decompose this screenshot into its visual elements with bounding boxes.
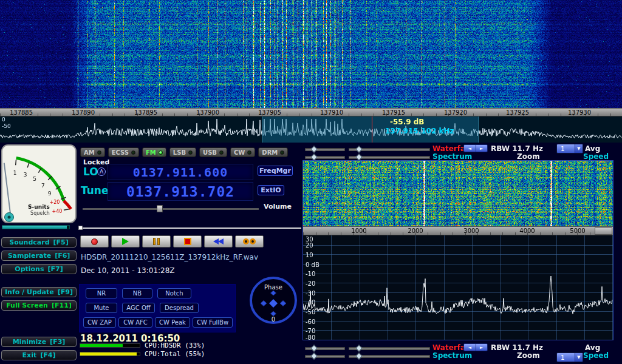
- meter-tick-label: 7: [41, 183, 45, 189]
- mode-drm-label: DRM: [262, 149, 278, 156]
- freqmgr-button[interactable]: FreqMgr: [258, 166, 293, 176]
- rewind-button[interactable]: [204, 235, 233, 248]
- spectrum-tab-bottom[interactable]: Spectrum: [432, 351, 472, 360]
- mode-usb-button[interactable]: USB: [199, 147, 227, 157]
- spectrum-range-slider[interactable]: [349, 156, 430, 159]
- mode-fm-button[interactable]: FM: [142, 147, 166, 157]
- stop-button[interactable]: [173, 235, 202, 248]
- squelch-knob-center: [8, 216, 11, 219]
- spectrum-range-slider-bottom[interactable]: [349, 355, 430, 358]
- main-panel: 1 3 5 7 9 +20 +40 S-units Squelch Soundc…: [0, 143, 622, 364]
- samplerate-button[interactable]: Samplerate [F6]: [1, 251, 77, 261]
- waterfall-brightness-slider[interactable]: [305, 148, 345, 151]
- wav-file-name: HDSDR_20111210_125611Z_137912kHz_RF.wav: [81, 253, 258, 261]
- avg-label[interactable]: Avg: [585, 144, 600, 153]
- audio-scale-scrollbar[interactable]: [595, 228, 612, 235]
- cw-afc-button[interactable]: CW AFC: [118, 317, 152, 328]
- notch-button[interactable]: Notch: [157, 288, 191, 298]
- cpu-hdsdr-text: CPU:HDSDR (33%): [145, 342, 205, 349]
- shift-left-button[interactable]: ◄: [464, 344, 476, 351]
- minimize-button[interactable]: Minimize [F3]: [1, 337, 77, 347]
- shift-left-button[interactable]: ◄: [464, 145, 476, 152]
- waterfall-brightness-slider-bottom[interactable]: [305, 347, 345, 350]
- play-icon: [122, 238, 129, 245]
- rf-spectrum-strip[interactable]: 0 -50 -55.9 dB 137.915.102 kHz: [0, 116, 622, 143]
- record-button[interactable]: [80, 235, 109, 248]
- exit-button[interactable]: Exit [F4]: [1, 350, 77, 360]
- agc-off-button[interactable]: AGC Off: [122, 303, 155, 313]
- audio-waterfall-display[interactable]: [303, 161, 613, 226]
- chevron-down-icon[interactable]: ▼: [575, 353, 583, 362]
- fullscreen-label: Full Screen: [6, 302, 48, 309]
- waterfall-contrast-slider[interactable]: [349, 148, 430, 151]
- playback-position-slider[interactable]: [79, 228, 301, 229]
- speed-label-bottom[interactable]: Speed: [583, 351, 609, 360]
- nb-button[interactable]: NB: [122, 288, 152, 298]
- meter-tick-label: +40: [52, 209, 63, 214]
- slider-thumb[interactable]: [355, 345, 362, 351]
- avg-label-bottom[interactable]: Avg: [585, 343, 600, 352]
- zoom-label: Zoom: [517, 152, 540, 161]
- phase-indicator: Phase 0: [248, 275, 299, 326]
- nr-button[interactable]: NR: [86, 288, 117, 298]
- cw-zap-button[interactable]: CW ZAP: [83, 317, 116, 328]
- mode-fm-label: FM: [146, 149, 156, 156]
- slider-thumb[interactable]: [310, 146, 317, 152]
- minimize-key: [F3]: [50, 338, 65, 346]
- phase-label: Phase: [264, 284, 282, 291]
- rf-frequency-scale[interactable]: 137885 137890 137895 137900 137905 13791…: [0, 108, 622, 116]
- playback-position-thumb[interactable]: [78, 226, 83, 230]
- slider-thumb[interactable]: [355, 153, 362, 160]
- speed-label[interactable]: Speed: [583, 152, 609, 161]
- volume-slider-track[interactable]: [83, 208, 259, 210]
- audio-spectrum-display[interactable]: [303, 235, 613, 340]
- freq-tick-label: 137900: [196, 109, 219, 116]
- slider-thumb[interactable]: [310, 352, 317, 359]
- pause-button[interactable]: [142, 235, 171, 248]
- loop-button[interactable]: [235, 235, 264, 248]
- spectrum-ref-slider-bottom[interactable]: [305, 355, 345, 358]
- cw-fullbw-button[interactable]: CW FullBw: [193, 317, 233, 328]
- lo-frequency-display[interactable]: 0137.911.600: [108, 164, 253, 180]
- volume-slider[interactable]: [83, 205, 259, 212]
- play-button[interactable]: [111, 235, 140, 248]
- audio-frequency-scale[interactable]: 1000 2000 3000 4000 5000: [303, 226, 613, 235]
- info-update-button[interactable]: Info / Update [F9]: [1, 287, 77, 297]
- slider-thumb[interactable]: [355, 146, 362, 152]
- squelch-level-bar[interactable]: [2, 225, 70, 229]
- zoom-factor-dropdown-bottom[interactable]: 1 ▼: [556, 352, 583, 362]
- slider-thumb[interactable]: [310, 153, 317, 160]
- lo-lock-badge[interactable]: A: [97, 167, 106, 176]
- mode-lsb-button[interactable]: LSB: [169, 147, 196, 157]
- mode-am-label: AM: [84, 149, 95, 156]
- waterfall-contrast-slider-bottom[interactable]: [349, 347, 430, 350]
- chevron-down-icon[interactable]: ▼: [575, 144, 583, 153]
- info-update-label: Info / Update: [5, 288, 54, 296]
- tune-frequency-display[interactable]: 0137.913.702: [108, 182, 253, 201]
- despread-button[interactable]: Despread: [160, 303, 199, 313]
- s-units-label: S-units: [28, 204, 50, 210]
- spectrum-ref-slider[interactable]: [305, 156, 345, 159]
- spectrum-tab[interactable]: Spectrum: [432, 152, 472, 161]
- fullscreen-button[interactable]: Full Screen [F11]: [1, 300, 77, 311]
- freq-tick-label: 137915: [382, 109, 405, 116]
- shift-right-button[interactable]: ►: [476, 344, 488, 351]
- options-button[interactable]: Options [F7]: [1, 264, 77, 274]
- loop-icon: [250, 238, 256, 244]
- cw-peak-button[interactable]: CW Peak: [155, 317, 190, 328]
- mode-cw-button[interactable]: CW: [230, 147, 255, 157]
- mode-am-button[interactable]: AM: [80, 147, 105, 157]
- volume-slider-thumb[interactable]: [157, 205, 163, 212]
- strip-db-axis-top: 0: [2, 116, 5, 123]
- extio-button[interactable]: ExtIO: [258, 185, 284, 195]
- soundcard-button[interactable]: Soundcard [F5]: [1, 237, 77, 248]
- mode-drm-button[interactable]: DRM: [258, 147, 288, 157]
- mute-button[interactable]: Mute: [86, 303, 117, 313]
- slider-thumb[interactable]: [310, 345, 317, 351]
- slider-thumb[interactable]: [355, 352, 362, 359]
- mode-am-led: [97, 150, 101, 155]
- mode-ecss-button[interactable]: ECSS: [108, 147, 139, 157]
- shift-right-button[interactable]: ►: [476, 145, 488, 152]
- rf-waterfall-display[interactable]: [0, 0, 622, 108]
- zoom-factor-dropdown[interactable]: 1 ▼: [556, 144, 583, 153]
